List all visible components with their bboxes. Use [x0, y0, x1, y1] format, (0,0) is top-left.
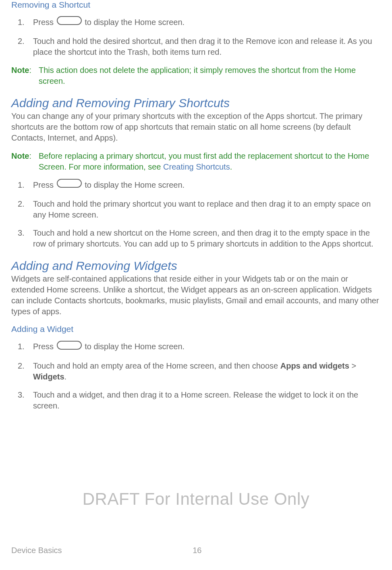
list-item: 2. Touch and hold the primary shortcut y…: [31, 199, 381, 220]
list-item: 2. Touch and hold an empty area of the H…: [31, 361, 381, 382]
list-number: 3.: [18, 228, 25, 238]
note-block: Note: This action does not delete the ap…: [11, 65, 381, 87]
paragraph: You can change any of your primary short…: [11, 111, 381, 143]
paragraph: Widgets are self-contained applications …: [11, 274, 381, 317]
note-block: Note: Before replacing a primary shortcu…: [11, 151, 381, 172]
list-number: 3.: [18, 390, 25, 400]
list-number: 2.: [18, 199, 25, 209]
step-text: Touch and hold the primary shortcut you …: [33, 199, 371, 219]
heading-adding-widget: Adding a Widget: [11, 324, 381, 334]
ordered-list: 1. Press to display the Home screen. 2. …: [11, 180, 381, 249]
document-page: Removing a Shortcut 1. Press to display …: [0, 0, 392, 570]
note-body: This action does not delete the applicat…: [39, 65, 381, 87]
ordered-list: 1. Press to display the Home screen. 2. …: [11, 341, 381, 411]
bold-apps-widgets: Apps and widgets: [280, 361, 349, 370]
home-button-icon: [57, 179, 82, 191]
list-number: 1.: [18, 180, 25, 191]
step-text-pre: Press: [33, 180, 56, 189]
note-body: Before replacing a primary shortcut, you…: [39, 151, 381, 172]
bold-widgets: Widgets: [33, 372, 64, 381]
list-item: 1. Press to display the Home screen.: [31, 17, 381, 29]
watermark-text: DRAFT For Internal Use Only: [0, 489, 392, 509]
step-text-post: to display the Home screen.: [83, 180, 185, 189]
list-item: 1. Press to display the Home screen.: [31, 341, 381, 353]
list-number: 1.: [18, 17, 25, 28]
home-button-icon: [57, 16, 82, 28]
ordered-list: 1. Press to display the Home screen. 2. …: [11, 17, 381, 58]
step-text: Touch and hold a new shortcut on the Hom…: [33, 228, 373, 248]
list-number: 1.: [18, 341, 25, 352]
step-text-post: to display the Home screen.: [83, 18, 185, 27]
step-text-post: .: [64, 372, 67, 381]
note-label: Note: [11, 151, 29, 162]
step-text-post: to display the Home screen.: [83, 342, 185, 351]
note-label: Note: [11, 65, 29, 76]
step-text-mid: >: [349, 361, 356, 370]
list-number: 2.: [18, 361, 25, 371]
heading-removing-shortcut: Removing a Shortcut: [11, 0, 381, 10]
step-text-pre: Press: [33, 342, 56, 351]
note-colon: :: [29, 65, 31, 76]
step-text-pre: Touch and hold an empty area of the Home…: [33, 361, 280, 370]
heading-primary-shortcuts: Adding and Removing Primary Shortcuts: [11, 96, 381, 110]
list-item: 2. Touch and hold the desired shortcut, …: [31, 36, 381, 58]
list-item: 3. Touch and a widget, and then drag it …: [31, 390, 381, 411]
step-text: Touch and hold the desired shortcut, and…: [33, 37, 372, 56]
page-footer: Device Basics 16: [11, 546, 381, 555]
home-button-icon: [57, 341, 82, 352]
step-text: Touch and a widget, and then drag it to …: [33, 390, 358, 410]
list-item: 1. Press to display the Home screen.: [31, 180, 381, 191]
svg-rect-2: [57, 341, 81, 349]
heading-widgets: Adding and Removing Widgets: [11, 259, 381, 273]
footer-page-number: 16: [14, 546, 381, 555]
note-colon: :: [29, 151, 31, 162]
list-number: 2.: [18, 36, 25, 47]
svg-rect-0: [57, 17, 81, 25]
step-text-pre: Press: [33, 18, 56, 27]
link-creating-shortcuts[interactable]: Creating Shortcuts: [163, 162, 230, 171]
svg-rect-1: [57, 179, 81, 187]
list-item: 3. Touch and hold a new shortcut on the …: [31, 228, 381, 249]
note-text-post: .: [230, 162, 232, 171]
